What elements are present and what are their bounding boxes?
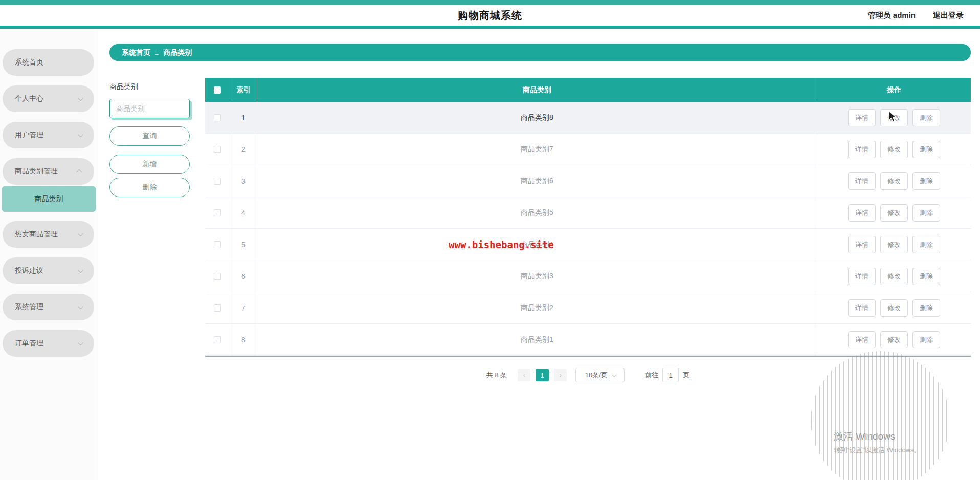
row-checkbox-cell — [205, 102, 230, 133]
row-actions: 详情 修改 删除 — [817, 229, 971, 260]
row-category: 商品类别2 — [257, 292, 817, 323]
sidebar-item-label: 用户管理 — [15, 130, 78, 140]
breadcrumb: 系统首页 Ξ 商品类别 — [109, 44, 971, 61]
row-checkbox[interactable] — [214, 241, 221, 248]
prev-page-button[interactable]: ‹ — [518, 369, 530, 381]
select-all-cell — [205, 78, 230, 102]
row-checkbox[interactable] — [214, 336, 221, 343]
table-row: 7 商品类别2 详情 修改 删除 — [205, 292, 971, 324]
sidebar-item-label: 订单管理 — [15, 339, 78, 348]
delete-row-button[interactable]: 删除 — [912, 299, 940, 317]
edit-button[interactable]: 修改 — [880, 331, 908, 348]
row-category: 商品类别5 — [257, 197, 817, 228]
row-checkbox[interactable] — [214, 304, 221, 312]
chevron-icon — [78, 267, 83, 273]
chevron-icon — [78, 340, 83, 345]
detail-button[interactable]: 详情 — [848, 268, 876, 285]
row-index: 8 — [230, 324, 257, 355]
row-checkbox[interactable] — [214, 114, 221, 121]
row-actions: 详情 修改 删除 — [817, 165, 971, 197]
row-index: 5 — [230, 229, 257, 260]
row-category: 商品类别7 — [257, 134, 817, 165]
edit-button[interactable]: 修改 — [880, 236, 908, 253]
page-size-select[interactable]: 10条/页 — [575, 368, 625, 382]
delete-row-button[interactable]: 删除 — [912, 204, 940, 222]
filter-panel: 商品类别 查询 新增 删除 — [109, 78, 205, 382]
edit-button[interactable]: 修改 — [880, 172, 908, 190]
search-button[interactable]: 查询 — [109, 126, 190, 146]
delete-row-button[interactable]: 删除 — [912, 141, 940, 158]
row-actions: 详情 修改 删除 — [817, 292, 971, 323]
detail-button[interactable]: 详情 — [848, 236, 876, 253]
delete-row-button[interactable]: 删除 — [912, 236, 940, 253]
edit-button[interactable]: 修改 — [880, 268, 908, 285]
edit-button[interactable]: 修改 — [880, 299, 908, 317]
current-page-button[interactable]: 1 — [536, 369, 549, 381]
sidebar-item[interactable]: 订单管理 — [3, 330, 94, 357]
app-header: 购物商城系统 管理员 admin 退出登录 — [0, 5, 980, 26]
sidebar-item-label: 个人中心 — [15, 94, 78, 103]
row-checkbox[interactable] — [214, 273, 221, 280]
table-row: 2 商品类别7 详情 修改 删除 — [205, 134, 971, 165]
detail-button[interactable]: 详情 — [848, 204, 876, 222]
sidebar-item[interactable]: 系统首页 — [3, 49, 94, 76]
sidebar-item[interactable]: 热卖商品管理 — [3, 221, 94, 248]
table-section: 索引 商品类别 操作 1 商品类别8 详情 修改 — [205, 78, 971, 382]
sidebar-item-label: 热卖商品管理 — [15, 230, 78, 239]
sidebar-item[interactable]: 个人中心 — [3, 85, 94, 112]
edit-button[interactable]: 修改 — [880, 204, 908, 222]
filter-label: 商品类别 — [109, 82, 205, 92]
row-checkbox-cell — [205, 165, 230, 197]
logout-link[interactable]: 退出登录 — [933, 11, 964, 20]
sidebar-item[interactable]: 用户管理 — [3, 122, 94, 148]
sidebar-item[interactable]: 系统管理 — [3, 294, 94, 320]
detail-button[interactable]: 详情 — [848, 141, 876, 158]
table-row: 8 商品类别1 详情 修改 删除 — [205, 324, 971, 356]
edit-button[interactable]: 修改 — [880, 141, 908, 158]
row-category: 商品类别8 — [257, 102, 817, 133]
row-actions: 详情 修改 删除 — [817, 324, 971, 355]
sidebar-item[interactable]: 商品类别管理 — [3, 158, 94, 185]
goto-label: 前往 — [645, 370, 658, 380]
table-row: 4 商品类别5 详情 修改 删除 — [205, 197, 971, 229]
chevron-icon — [78, 303, 83, 309]
row-checkbox-cell — [205, 229, 230, 260]
detail-button[interactable]: 详情 — [848, 299, 876, 317]
sidebar-item[interactable]: 投诉建议 — [3, 257, 94, 284]
delete-row-button[interactable]: 删除 — [912, 268, 940, 285]
activate-windows-subtitle: 转到"设置"以激活 Windows。 — [834, 446, 921, 455]
site-watermark-text: www.bishebang.site — [449, 239, 554, 250]
detail-button[interactable]: 详情 — [848, 172, 876, 190]
activate-windows-title: 激活 Windows — [834, 430, 921, 443]
delete-button[interactable]: 删除 — [109, 178, 190, 197]
chevron-down-icon — [612, 372, 617, 377]
sidebar-item-label: 商品类别管理 — [15, 167, 78, 176]
category-table: 索引 商品类别 操作 1 商品类别8 详情 修改 — [205, 78, 971, 357]
row-checkbox[interactable] — [214, 178, 221, 185]
breadcrumb-home[interactable]: 系统首页 — [122, 48, 150, 57]
row-checkbox-cell — [205, 197, 230, 228]
select-all-checkbox[interactable] — [214, 86, 221, 94]
delete-row-button[interactable]: 删除 — [912, 331, 940, 348]
delete-row-button[interactable]: 删除 — [912, 172, 940, 190]
chevron-icon — [78, 132, 83, 137]
table-row: 6 商品类别3 详情 修改 删除 — [205, 260, 971, 292]
detail-button[interactable]: 详情 — [848, 109, 876, 126]
top-accent-bar — [0, 0, 980, 5]
category-search-input[interactable] — [109, 99, 190, 118]
page-unit-label: 页 — [683, 370, 689, 380]
sidebar-item-label: 系统管理 — [15, 302, 78, 312]
goto-page-input[interactable] — [662, 368, 679, 382]
header-actions: 操作 — [817, 78, 971, 102]
delete-row-button[interactable]: 删除 — [912, 109, 940, 126]
detail-button[interactable]: 详情 — [848, 331, 876, 348]
row-checkbox[interactable] — [214, 209, 221, 216]
add-button[interactable]: 新增 — [109, 155, 190, 174]
row-checkbox[interactable] — [214, 146, 221, 153]
pagination-total: 共 8 条 — [486, 370, 507, 380]
row-index: 3 — [230, 165, 257, 197]
table-row: 1 商品类别8 详情 修改 删除 — [205, 102, 971, 134]
sidebar-item[interactable]: 商品类别 — [2, 186, 96, 212]
row-index: 4 — [230, 197, 257, 228]
next-page-button[interactable]: › — [554, 369, 567, 381]
